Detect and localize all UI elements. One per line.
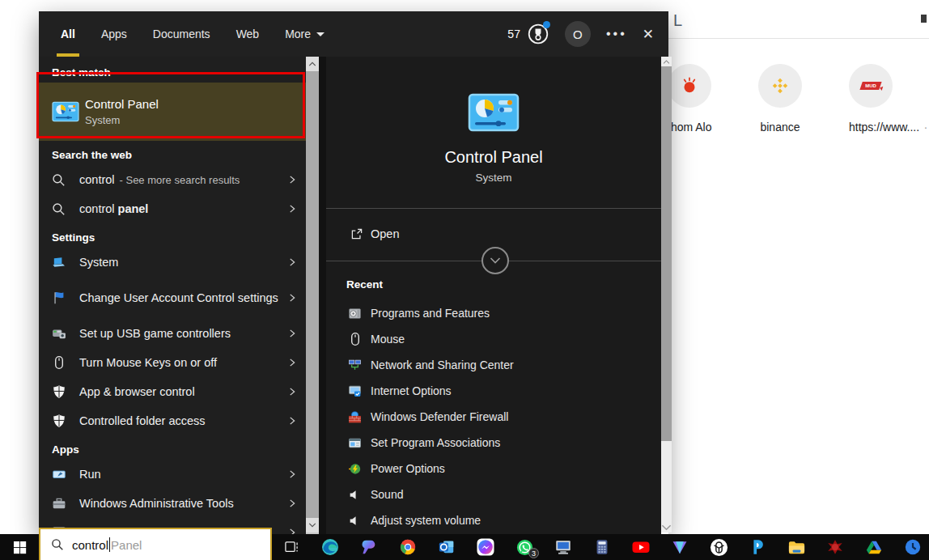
recent-item[interactable]: Programs and Features xyxy=(326,300,661,326)
mouse-icon xyxy=(52,355,79,370)
chevron-right-icon xyxy=(282,498,303,508)
preview-panel: Control Panel System Open Recent Program… xyxy=(326,57,661,534)
text-caret xyxy=(109,537,110,552)
taskbar-search-input[interactable]: control Panel xyxy=(39,528,272,560)
list-item[interactable]: Change User Account Control settings xyxy=(39,277,306,319)
calculator-icon xyxy=(593,538,611,556)
close-icon[interactable]: ✕ xyxy=(643,26,654,43)
list-item[interactable]: Run xyxy=(39,460,306,489)
speaker-icon xyxy=(348,488,371,502)
programs-features-icon xyxy=(348,307,371,320)
messenger-button[interactable] xyxy=(466,534,505,560)
left-scrollbar[interactable] xyxy=(306,57,319,534)
recent-item[interactable]: Power Options xyxy=(326,456,661,482)
search-icon xyxy=(51,538,64,551)
chatgpt-button[interactable] xyxy=(699,534,738,560)
network-icon xyxy=(348,358,371,372)
messenger-icon xyxy=(476,537,495,557)
preview-title: Control Panel xyxy=(326,148,661,167)
scroll-down-button[interactable] xyxy=(306,518,319,532)
task-view-button[interactable] xyxy=(272,534,311,560)
tab-documents[interactable]: Documents xyxy=(149,11,214,57)
youtube-button[interactable] xyxy=(621,534,660,560)
edge-button[interactable] xyxy=(311,534,350,560)
notification-dot xyxy=(543,21,550,28)
chevron-right-icon xyxy=(282,387,303,397)
list-item[interactable]: App & browser control xyxy=(39,377,306,406)
list-item[interactable]: Set up USB game controllers xyxy=(39,319,306,348)
background-partial-text: L xyxy=(673,11,682,30)
list-item[interactable]: controlpanel xyxy=(39,194,306,223)
speed-dial-item[interactable]: binance xyxy=(758,64,802,134)
open-external-icon xyxy=(350,227,371,241)
list-item[interactable]: Controlled folder access xyxy=(39,406,306,435)
best-match-item[interactable]: Control PanelSystem xyxy=(39,83,306,141)
chevron-down-icon xyxy=(308,522,316,528)
recent-item[interactable]: Set Program Associations xyxy=(326,430,661,456)
search-icon xyxy=(52,202,79,216)
list-item[interactable]: control- See more search results xyxy=(39,165,306,194)
sun-icon xyxy=(679,75,700,96)
proton-vpn-icon xyxy=(671,538,689,556)
account-avatar[interactable]: O xyxy=(565,21,591,47)
chrome-icon xyxy=(399,538,417,556)
search-suggestion-text: Panel xyxy=(111,538,142,552)
list-item[interactable]: Windows Administrative Tools xyxy=(39,489,306,518)
start-button[interactable] xyxy=(0,534,39,560)
calculator-button[interactable] xyxy=(583,534,621,560)
remote-desktop-button[interactable] xyxy=(544,534,583,560)
whatsapp-button[interactable]: 3 xyxy=(505,534,544,560)
youtube-icon xyxy=(631,537,651,557)
list-item[interactable]: System xyxy=(39,248,306,277)
paddle-button[interactable] xyxy=(738,534,777,560)
tab-web[interactable]: Web xyxy=(232,11,264,57)
rewards-button[interactable]: 57 xyxy=(507,23,549,45)
section-header: Settings xyxy=(39,227,306,248)
speed-dial-item[interactable]: thom Alo xyxy=(668,64,711,134)
uac-flag-icon xyxy=(52,291,79,305)
expand-chevron-button[interactable] xyxy=(481,247,509,274)
tab-all[interactable]: All xyxy=(57,11,79,57)
chrome-button[interactable] xyxy=(388,534,427,560)
section-header: Apps xyxy=(39,439,306,460)
search-filter-tabs: AllAppsDocumentsWebMore xyxy=(39,11,346,57)
speaker-icon xyxy=(348,514,371,528)
start-menu: AllAppsDocumentsWebMore 57 O ••• ✕ Best … xyxy=(39,11,668,534)
proton-vpn-button[interactable] xyxy=(660,534,699,560)
tab-more[interactable]: More xyxy=(281,11,329,57)
browser-scrollbar[interactable] xyxy=(661,57,672,532)
left-scrollbar-thumb[interactable] xyxy=(306,71,319,518)
list-item[interactable]: Turn Mouse Keys on or off xyxy=(39,348,306,377)
browser-scrollbar-thumb[interactable] xyxy=(661,66,672,441)
remote-desktop-icon xyxy=(554,538,572,556)
recent-item[interactable]: Adjust system volume xyxy=(326,507,661,533)
copilot-button[interactable] xyxy=(350,534,388,560)
red-creature-button[interactable] xyxy=(816,534,855,560)
scroll-up-button[interactable] xyxy=(306,57,319,71)
open-action[interactable]: Open xyxy=(326,221,661,247)
recent-item[interactable]: Sound xyxy=(326,482,661,507)
outlook-button[interactable] xyxy=(427,534,466,560)
recent-item[interactable]: Mouse xyxy=(326,326,661,352)
paddle-icon xyxy=(749,538,766,556)
background-divider xyxy=(668,38,929,39)
mouse-icon xyxy=(348,332,371,346)
background-corner-mark xyxy=(921,15,927,23)
edge-icon xyxy=(320,537,340,557)
tab-apps[interactable]: Apps xyxy=(97,11,131,57)
chevron-down-icon xyxy=(490,257,501,265)
chevron-right-icon xyxy=(282,416,303,426)
speed-dial-item[interactable]: MUD https://www.... xyxy=(849,64,893,134)
more-options-icon[interactable]: ••• xyxy=(606,27,627,41)
task-view-icon xyxy=(283,539,299,555)
section-header: Best match xyxy=(39,62,306,83)
recent-item[interactable]: Windows Defender Firewall xyxy=(326,404,661,430)
google-drive-button[interactable] xyxy=(855,534,893,560)
recent-item[interactable]: Internet Options xyxy=(326,378,661,404)
recent-item[interactable]: Network and Sharing Center xyxy=(326,352,661,378)
chevron-right-icon xyxy=(282,293,303,303)
clock-button[interactable] xyxy=(893,534,929,560)
run-icon xyxy=(52,467,79,482)
file-explorer-button[interactable] xyxy=(777,534,816,560)
power-icon xyxy=(348,462,371,476)
